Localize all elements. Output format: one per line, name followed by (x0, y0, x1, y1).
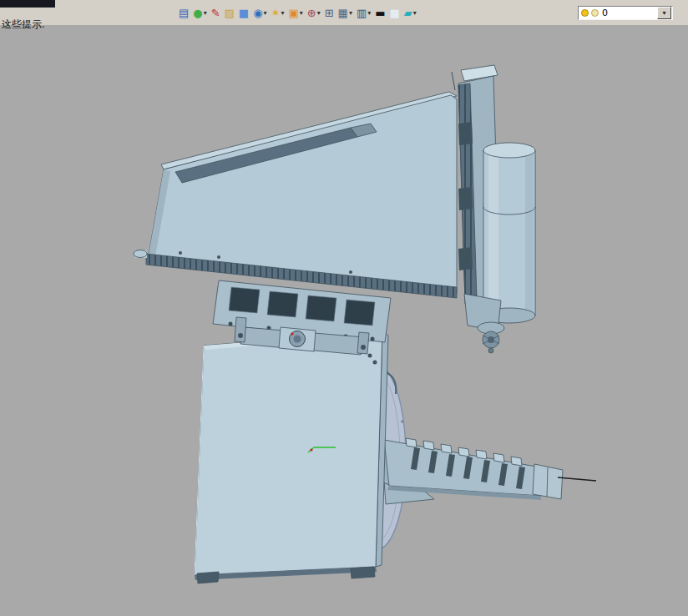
layer-selector-combo[interactable]: 0 ▾ (578, 6, 673, 20)
dropdown-arrow-icon[interactable]: ▾ (204, 9, 207, 17)
locate-target-button[interactable]: ⊕▾ (306, 4, 322, 21)
hint-text: 这些提示. (2, 18, 45, 32)
dropdown-arrow-icon[interactable]: ▾ (317, 9, 321, 17)
solid-box-button[interactable]: ■ (237, 4, 250, 21)
texture-button[interactable]: ▨ (223, 4, 236, 21)
restore-window-icon: ▤ (179, 8, 189, 18)
dropdown-arrow-icon[interactable]: ▾ (281, 9, 284, 17)
appearance-brush-button[interactable]: ✎ (210, 4, 222, 21)
dropdown-arrow-icon[interactable]: ▾ (367, 9, 371, 17)
texture-icon: ▨ (225, 8, 235, 18)
solid-box-icon: ■ (239, 8, 249, 18)
scene-button[interactable]: ▣▾ (286, 4, 304, 21)
layer-current-value: 0 (602, 8, 657, 18)
shaded-sphere-icon: ◉ (253, 8, 262, 18)
shaded-sphere-button[interactable]: ◉▾ (251, 4, 268, 21)
layer-visibility-bulb-icon[interactable] (581, 9, 589, 17)
dropdown-arrow-icon[interactable]: ▾ (349, 9, 352, 17)
layer-dropdown-arrow-icon[interactable]: ▾ (657, 7, 671, 19)
layer-state-bulb-icon[interactable] (591, 9, 599, 17)
background-swatch-button[interactable]: ■ (388, 4, 402, 21)
scene-icon: ▣ (288, 8, 298, 18)
work-plane-icon: ▰ (404, 8, 412, 18)
dropdown-arrow-icon[interactable]: ▾ (264, 9, 267, 17)
render-wheel-icon: ✶ (271, 8, 281, 18)
viewport-frame-icon: ⊞ (325, 8, 334, 18)
grid-button[interactable]: ▦▾ (336, 4, 354, 21)
restore-window-button[interactable]: ▤ (177, 4, 190, 21)
pointer-line (558, 477, 596, 481)
tool-arm[interactable] (377, 438, 563, 500)
line-width-icon: ▬ (375, 8, 385, 18)
line-width-button[interactable]: ▬ (373, 4, 387, 21)
machine-column[interactable] (195, 331, 388, 583)
window-corner-fragment (0, 0, 55, 8)
dropdown-arrow-icon[interactable]: ▾ (300, 9, 303, 17)
appearance-brush-icon: ✎ (211, 8, 220, 18)
viewport-3d[interactable] (0, 25, 688, 616)
display-monitor-icon: ▥ (357, 8, 367, 18)
render-wheel-button[interactable]: ✶▾ (270, 4, 286, 21)
locate-target-icon: ⊕ (307, 8, 316, 18)
work-plane-button[interactable]: ▰▾ (402, 4, 418, 21)
background-swatch-icon: ■ (390, 8, 400, 18)
material-ball-icon: ● (193, 8, 202, 18)
machine-beam[interactable] (134, 92, 457, 298)
spindle-chuck[interactable] (478, 322, 504, 353)
toolbar: ▤●▾✎▨■◉▾✶▾▣▾⊕▾⊞▦▾▥▾▬■▰▾ (177, 3, 418, 22)
dropdown-arrow-icon[interactable]: ▾ (413, 9, 417, 17)
material-ball-button[interactable]: ●▾ (191, 4, 208, 21)
display-monitor-button[interactable]: ▥▾ (355, 4, 372, 21)
viewport-frame-button[interactable]: ⊞ (323, 4, 336, 21)
grid-icon: ▦ (338, 8, 348, 18)
